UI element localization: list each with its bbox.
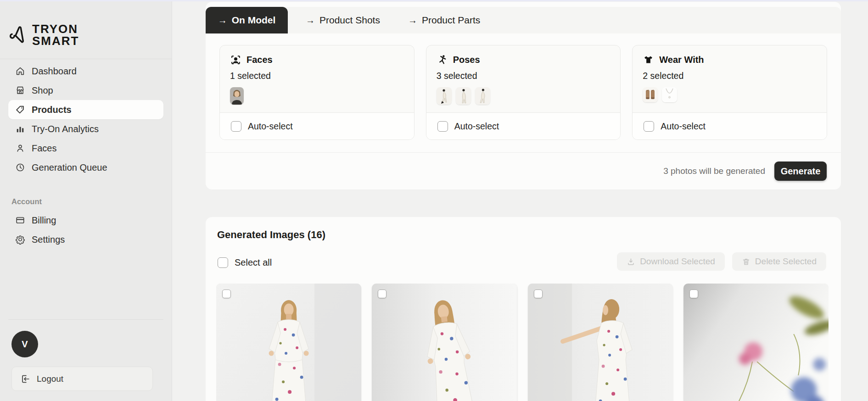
- sidebar-item-label: Dashboard: [32, 66, 77, 77]
- face-thumbnail[interactable]: [230, 87, 244, 105]
- pose-thumbnail[interactable]: [475, 87, 490, 105]
- sidebar-item-label: Settings: [32, 234, 65, 245]
- generated-image-grid: [216, 284, 829, 401]
- face-scan-icon: [230, 54, 241, 66]
- tab-product-parts[interactable]: → Product Parts: [402, 7, 487, 33]
- auto-select-checkbox[interactable]: [231, 121, 241, 132]
- faces-selection-card: Faces 1 selected Auto-select: [219, 45, 414, 140]
- generated-image[interactable]: [528, 284, 673, 401]
- bulk-actions: Download Selected Delete Selected: [617, 252, 826, 271]
- card-title: Poses: [453, 55, 480, 65]
- select-all-row: Select all: [218, 257, 272, 268]
- user-avatar[interactable]: V: [11, 331, 38, 357]
- generate-row: 3 photos will be generated Generate: [206, 153, 827, 189]
- auto-select-label: Auto-select: [248, 121, 293, 132]
- generate-button[interactable]: Generate: [774, 162, 827, 181]
- storefront-icon: [15, 85, 25, 95]
- sidebar-item-label: Billing: [32, 215, 56, 226]
- sidebar-account-nav: Billing Settings: [8, 211, 163, 249]
- wear-with-thumbnails: [643, 87, 817, 102]
- tab-on-model[interactable]: → On Model: [206, 7, 288, 33]
- tag-icon: [15, 105, 25, 115]
- logout-button[interactable]: Logout: [11, 367, 153, 391]
- shoes-thumbnail[interactable]: [643, 87, 658, 102]
- logout-label: Logout: [37, 374, 63, 384]
- pose-thumbnail[interactable]: [456, 87, 471, 105]
- sidebar-item-billing[interactable]: Billing: [8, 211, 163, 230]
- wear-with-selection-card: Wear With 2 selected Auto-select: [632, 45, 827, 140]
- sidebar-item-generation-queue[interactable]: Generation Queue: [8, 158, 163, 177]
- select-all-checkbox[interactable]: [218, 257, 228, 268]
- tab-label: Product Shots: [319, 15, 380, 26]
- delete-selected-button[interactable]: Delete Selected: [732, 252, 826, 271]
- sidebar-item-tryon-analytics[interactable]: Try-On Analytics: [8, 119, 163, 139]
- image-checkbox[interactable]: [534, 290, 543, 298]
- credit-card-icon: [15, 215, 25, 225]
- image-checkbox[interactable]: [689, 290, 698, 298]
- delete-selected-label: Delete Selected: [755, 256, 817, 267]
- download-selected-button[interactable]: Download Selected: [617, 252, 725, 271]
- trash-icon: [742, 257, 750, 266]
- sidebar-item-products[interactable]: Products: [8, 100, 163, 119]
- hanger-icon: [9, 23, 29, 46]
- image-checkbox[interactable]: [222, 290, 231, 298]
- sidebar-item-label: Generation Queue: [32, 162, 107, 173]
- auto-select-label: Auto-select: [661, 121, 706, 132]
- sidebar-item-settings[interactable]: Settings: [8, 230, 163, 249]
- tshirt-icon: [643, 54, 654, 66]
- tab-label: On Model: [232, 15, 276, 26]
- poses-selection-card: Poses 3 selected Auto-select: [426, 45, 621, 140]
- sidebar-divider: [8, 319, 163, 320]
- sidebar-item-label: Faces: [32, 143, 56, 154]
- card-title: Faces: [246, 55, 273, 65]
- generated-images-panel: Generated Images (16) Select all Downloa…: [206, 217, 841, 401]
- sidebar-item-label: Shop: [32, 85, 53, 96]
- avatar-initial: V: [22, 339, 28, 350]
- faces-thumbnails: [230, 87, 404, 105]
- person-icon: [15, 143, 25, 153]
- tab-product-shots[interactable]: → Product Shots: [299, 7, 386, 33]
- selected-count: 2 selected: [643, 71, 817, 81]
- arrow-icon: →: [306, 15, 315, 26]
- tab-label: Product Parts: [422, 15, 480, 26]
- product-generation-panel: → On Model → Product Shots → Product Par…: [206, 2, 841, 189]
- window-top-edge: [0, 0, 868, 1]
- pose-icon: [437, 54, 448, 66]
- tab-bar: → On Model → Product Shots → Product Par…: [206, 7, 841, 33]
- necklace-thumbnail[interactable]: [662, 87, 677, 102]
- download-selected-label: Download Selected: [640, 256, 715, 267]
- sidebar-nav: Dashboard Shop Products Try-On Analytics…: [8, 61, 163, 177]
- generated-image[interactable]: [683, 284, 829, 401]
- selected-count: 3 selected: [437, 71, 610, 81]
- download-icon: [627, 257, 635, 266]
- selection-cards-row: Faces 1 selected Auto-select: [219, 45, 827, 140]
- bar-chart-icon: [15, 124, 25, 134]
- sidebar-item-shop[interactable]: Shop: [8, 81, 163, 100]
- app-logo: TRYON SMART: [9, 23, 79, 47]
- image-checkbox[interactable]: [378, 290, 386, 298]
- account-section-label: Account: [11, 197, 42, 206]
- sidebar-item-faces[interactable]: Faces: [8, 139, 163, 158]
- poses-thumbnails: [437, 87, 610, 105]
- app-name: TRYON SMART: [32, 23, 79, 47]
- auto-select-checkbox[interactable]: [437, 121, 448, 132]
- pose-thumbnail[interactable]: [437, 87, 452, 105]
- generated-images-title: Generated Images (16): [217, 229, 325, 241]
- clock-icon: [15, 162, 25, 173]
- logout-icon: [20, 374, 30, 384]
- card-title: Wear With: [659, 55, 704, 65]
- selected-count: 1 selected: [230, 71, 404, 81]
- auto-select-label: Auto-select: [454, 121, 499, 132]
- sidebar-item-label: Try-On Analytics: [32, 124, 99, 134]
- arrow-icon: →: [408, 15, 417, 26]
- home-icon: [15, 66, 25, 76]
- sidebar-item-dashboard[interactable]: Dashboard: [8, 61, 163, 81]
- generated-image[interactable]: [216, 284, 361, 401]
- generation-info-text: 3 photos will be generated: [663, 166, 765, 176]
- arrow-icon: →: [218, 15, 227, 26]
- select-all-label: Select all: [235, 257, 272, 268]
- auto-select-checkbox[interactable]: [644, 121, 654, 132]
- generated-image[interactable]: [372, 284, 517, 401]
- sidebar-divider: [0, 59, 172, 59]
- gear-icon: [15, 234, 25, 245]
